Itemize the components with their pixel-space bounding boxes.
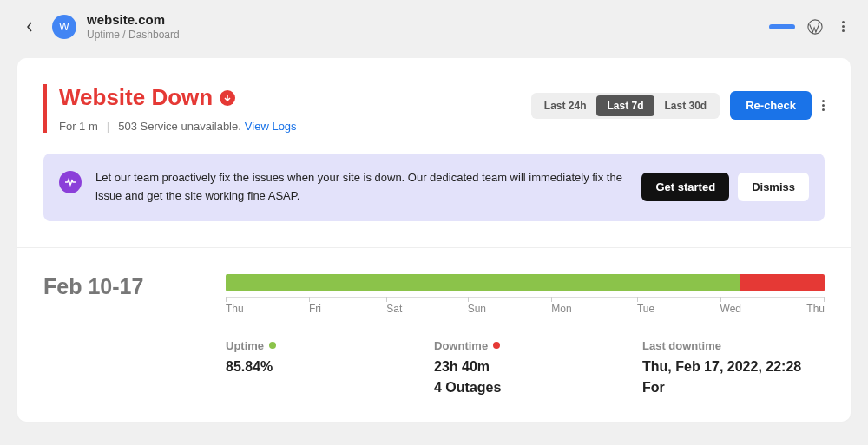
site-name: website.com (87, 12, 759, 27)
green-dot-icon (269, 342, 276, 349)
date-range-label: Feb 10-17 (43, 274, 200, 396)
get-started-button[interactable]: Get started (641, 173, 729, 201)
downtime-value: 23h 40m (434, 359, 616, 375)
uptime-bar (226, 274, 825, 291)
axis-day: Wed (720, 298, 741, 315)
last-downtime-stat: Last downtime Thu, Feb 17, 2022, 22:28 F… (642, 339, 825, 396)
heartbeat-icon (59, 171, 82, 193)
axis-day: Fri (309, 298, 321, 315)
axis-day: Mon (551, 298, 571, 315)
separator: | (107, 120, 109, 133)
dismiss-button[interactable]: Dismiss (738, 173, 809, 201)
back-button[interactable] (17, 15, 42, 39)
uptime-value: 85.84% (226, 359, 408, 375)
site-avatar: W (52, 15, 76, 39)
proactive-banner: Let our team proactively fix the issues … (43, 154, 825, 221)
view-logs-link[interactable]: View Logs (245, 120, 297, 133)
range-30d[interactable]: Last 30d (654, 95, 718, 116)
downtime-stat: Downtime 23h 40m 4 Outages (434, 339, 616, 396)
uptime-segment-green (226, 274, 740, 291)
divider (17, 247, 851, 248)
banner-text: Let our team proactively fix the issues … (95, 169, 628, 206)
dashboard-card: Website Down For 1 m | 503 Service unava… (17, 58, 851, 422)
card-overflow-button[interactable] (822, 100, 825, 111)
error-code: 503 Service unavailable. (118, 120, 241, 133)
timeline-axis: Thu Fri Sat Sun Mon Tue Wed Thu (226, 297, 825, 315)
range-7d[interactable]: Last 7d (596, 95, 654, 116)
dots-vertical-icon (822, 100, 825, 111)
red-dot-icon (493, 342, 500, 349)
outage-count: 4 Outages (434, 380, 616, 396)
header-bar: W website.com Uptime / Dashboard (0, 0, 868, 58)
site-info: website.com Uptime / Dashboard (87, 12, 759, 41)
status-title: Website Down (59, 84, 213, 111)
accent-indicator (769, 24, 795, 29)
overflow-menu-button[interactable] (835, 19, 851, 35)
downtime-label: Downtime (434, 339, 488, 352)
axis-day: Thu (806, 298, 825, 315)
wordpress-icon[interactable] (807, 19, 823, 35)
down-arrow-icon (220, 90, 235, 106)
uptime-stat: Uptime 85.84% (226, 339, 408, 396)
last-downtime-value: Thu, Feb 17, 2022, 22:28 (642, 359, 825, 375)
time-range-group: Last 24h Last 7d Last 30d (531, 93, 720, 119)
breadcrumb: Uptime / Dashboard (87, 29, 759, 41)
downtime-duration: For 1 m (59, 120, 98, 133)
uptime-segment-red (740, 274, 825, 291)
recheck-button[interactable]: Re-check (730, 91, 812, 120)
axis-day: Sun (468, 298, 486, 315)
chevron-left-icon (26, 22, 33, 32)
axis-day: Sat (386, 298, 402, 315)
last-downtime-label: Last downtime (642, 339, 721, 352)
axis-day: Thu (226, 298, 244, 315)
last-downtime-duration: For (642, 380, 825, 396)
range-24h[interactable]: Last 24h (534, 95, 597, 116)
axis-day: Tue (637, 298, 654, 315)
dots-vertical-icon (842, 21, 845, 32)
status-panel: Website Down For 1 m | 503 Service unava… (43, 84, 297, 133)
uptime-label: Uptime (226, 339, 264, 352)
